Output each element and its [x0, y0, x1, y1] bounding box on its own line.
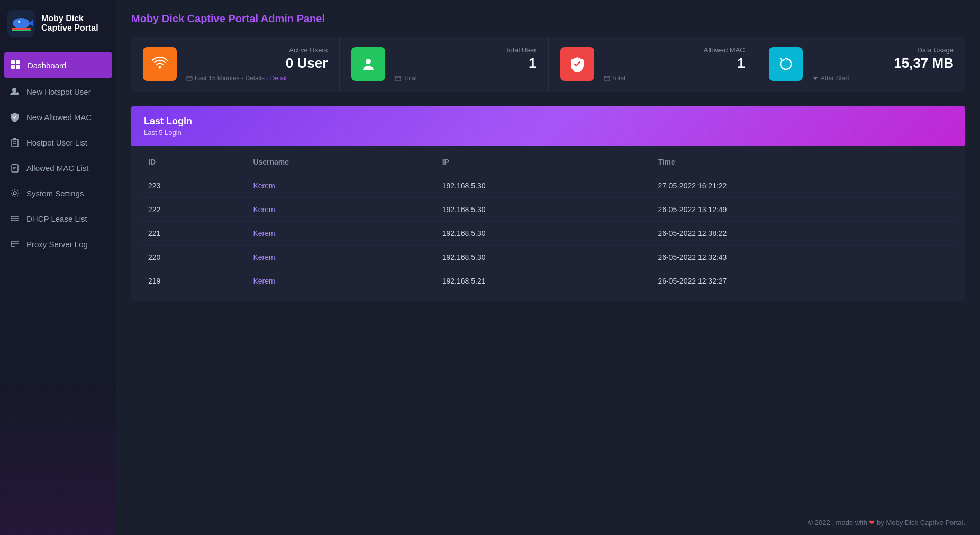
logo-text: Moby Dick Captive Portal	[41, 14, 98, 33]
svg-point-26	[11, 218, 12, 219]
stats-row: Active Users 0 User Last 15 Minutes - De…	[131, 37, 965, 92]
sidebar-item-proxy-server-log-label: Proxy Server Log	[26, 240, 88, 249]
table-header-row: ID Username IP Time	[140, 150, 957, 174]
sidebar-item-new-allowed-mac-label: New Allowed MAC	[26, 113, 92, 122]
allowed-mac-value: 1	[604, 55, 745, 71]
sidebar-navigation: Dashboard New Hotspot User	[0, 47, 116, 535]
table-row: 221 Kerem 192.168.5.30 26-05-2022 12:38:…	[140, 222, 957, 246]
active-users-label: Active Users	[186, 46, 328, 54]
total-user-footer: Total	[395, 75, 536, 82]
svg-rect-5	[12, 30, 31, 31]
last-login-subtitle: Last 5 Login	[144, 129, 952, 137]
svg-marker-46	[813, 77, 818, 80]
svg-rect-6	[11, 60, 15, 64]
svg-point-21	[13, 192, 16, 195]
calendar3-icon	[604, 75, 610, 81]
svg-point-37	[366, 59, 371, 64]
sidebar-item-hotspot-user-list-label: Hostpot User List	[26, 138, 87, 147]
cell-username: Kerem	[244, 198, 433, 222]
table-row: 223 Kerem 192.168.5.30 27-05-2022 16:21:…	[140, 174, 957, 198]
svg-rect-8	[11, 65, 15, 69]
logo-icon	[7, 10, 35, 37]
data-usage-icon-box	[769, 47, 803, 81]
cell-ip: 192.168.5.30	[434, 198, 650, 222]
cell-ip: 192.168.5.30	[434, 222, 650, 246]
active-users-detail-link[interactable]: Detail	[270, 75, 287, 82]
arrow-down-icon	[812, 75, 819, 81]
refresh-icon	[777, 56, 794, 72]
sidebar-logo: Moby Dick Captive Portal	[0, 0, 116, 47]
table-row: 220 Kerem 192.168.5.30 26-05-2022 12:32:…	[140, 246, 957, 269]
stat-card-data-usage: Data Usage 15,37 MB After Start	[757, 37, 965, 92]
sidebar-item-new-hotspot-user[interactable]: New Hotspot User	[0, 79, 116, 104]
svg-rect-17	[12, 165, 18, 172]
col-header-ip: IP	[434, 150, 650, 174]
svg-rect-33	[187, 76, 192, 81]
svg-rect-9	[16, 65, 20, 69]
svg-point-32	[159, 66, 161, 69]
sidebar: Moby Dick Captive Portal Dashboard	[0, 0, 116, 535]
sidebar-item-new-allowed-mac[interactable]: New Allowed MAC	[0, 104, 116, 130]
sidebar-item-system-settings[interactable]: System Settings	[0, 180, 116, 206]
calendar-icon	[186, 75, 193, 81]
svg-point-25	[11, 216, 12, 217]
stat-card-active-users: Active Users 0 User Last 15 Minutes - De…	[131, 37, 340, 92]
svg-point-27	[11, 220, 12, 221]
cell-username: Kerem	[244, 222, 433, 246]
active-users-value: 0 User	[186, 55, 328, 71]
table-row: 222 Kerem 192.168.5.30 26-05-2022 13:12:…	[140, 198, 957, 222]
svg-rect-7	[16, 60, 20, 64]
person-icon	[360, 56, 377, 72]
col-header-username: Username	[244, 150, 433, 174]
active-users-footer-text: Last 15 Minutes - Details ·	[195, 75, 268, 82]
shield-icon	[10, 112, 20, 122]
svg-point-3	[18, 21, 20, 23]
cell-time: 26-05-2022 12:32:43	[649, 246, 957, 269]
allowed-mac-icon-box	[560, 47, 594, 81]
cell-username: Kerem	[244, 269, 433, 293]
clipboard2-icon	[10, 162, 20, 173]
sidebar-item-dashboard-label: Dashboard	[28, 61, 66, 70]
sidebar-item-hotspot-user-list[interactable]: Hostpot User List	[0, 130, 116, 155]
data-usage-label: Data Usage	[812, 46, 954, 54]
cell-id: 223	[140, 174, 244, 198]
cell-time: 27-05-2022 16:21:22	[649, 174, 957, 198]
sidebar-item-dhcp-lease-list-label: DHCP Lease List	[26, 214, 87, 223]
sidebar-item-dashboard[interactable]: Dashboard	[4, 52, 112, 78]
svg-rect-20	[13, 164, 16, 165]
active-users-info: Active Users 0 User Last 15 Minutes - De…	[186, 46, 328, 82]
user-plus-icon	[10, 86, 20, 97]
col-header-id: ID	[140, 150, 244, 174]
total-user-icon-box	[351, 47, 385, 81]
sidebar-item-dhcp-lease-list[interactable]: DHCP Lease List	[0, 206, 116, 231]
total-user-info: Total User 1 Total	[395, 46, 536, 82]
wifi-icon	[151, 56, 168, 72]
page-title: Moby Dick Captive Portal Admin Panel	[131, 13, 965, 25]
cell-ip: 192.168.5.21	[434, 269, 650, 293]
gear-icon	[10, 188, 20, 198]
sidebar-item-proxy-server-log[interactable]: Proxy Server Log	[0, 231, 116, 257]
active-users-footer: Last 15 Minutes - Details · Detail	[186, 75, 328, 82]
calendar2-icon	[395, 75, 401, 81]
svg-rect-38	[395, 76, 401, 81]
cell-id: 219	[140, 269, 244, 293]
footer: © 2022 , made with ❤ by Moby Dick Captiv…	[808, 519, 965, 527]
cell-id: 222	[140, 198, 244, 222]
sidebar-item-allowed-mac-list[interactable]: Allowed MAC List	[0, 155, 116, 180]
footer-text: © 2022 , made with ❤ by Moby Dick Captiv…	[808, 519, 965, 527]
sidebar-item-allowed-mac-list-label: Allowed MAC List	[26, 164, 89, 173]
allowed-mac-info: Allowed MAC 1 Total	[604, 46, 745, 82]
table-row: 219 Kerem 192.168.5.21 26-05-2022 12:32:…	[140, 269, 957, 293]
allowed-mac-label: Allowed MAC	[604, 46, 745, 54]
cell-ip: 192.168.5.30	[434, 246, 650, 269]
cell-username: Kerem	[244, 246, 433, 269]
sidebar-item-system-settings-label: System Settings	[26, 189, 84, 198]
active-users-icon-box	[143, 47, 177, 81]
data-usage-value: 15,37 MB	[812, 55, 954, 71]
last-login-header: Last Login Last 5 Login	[131, 106, 965, 146]
grid-icon	[11, 60, 21, 70]
main-content: Moby Dick Captive Portal Admin Panel Act…	[116, 0, 980, 535]
svg-point-1	[13, 18, 30, 29]
svg-rect-13	[12, 139, 18, 147]
col-header-time: Time	[649, 150, 957, 174]
